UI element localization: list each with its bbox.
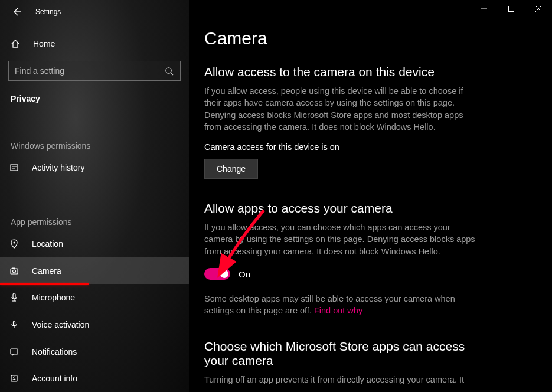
section2-title: Allow apps to access your camera <box>204 201 528 215</box>
nav-activity-history[interactable]: Activity history <box>0 154 189 181</box>
nav-location[interactable]: Location <box>0 230 189 257</box>
svg-point-8 <box>13 270 16 273</box>
main-content: Camera Allow access to the camera on thi… <box>189 0 552 392</box>
section1-body: If you allow access, people using this d… <box>204 85 476 133</box>
window-controls <box>471 0 552 18</box>
search-icon <box>165 67 174 76</box>
notifications-icon <box>9 347 20 357</box>
sidebar: Settings Home Privacy Windows permission… <box>0 0 189 392</box>
home-nav[interactable]: Home <box>0 32 189 55</box>
camera-access-status: Camera access for this device is on <box>204 142 528 152</box>
nav-label: Activity history <box>32 163 84 172</box>
section1-title: Allow access to the camera on this devic… <box>204 65 528 79</box>
toggle-knob <box>220 270 228 278</box>
nav-voice-activation[interactable]: Voice activation <box>0 311 189 338</box>
arrow-left-icon <box>12 7 21 17</box>
svg-rect-7 <box>11 269 18 274</box>
search-box[interactable] <box>8 61 181 81</box>
account-icon <box>9 374 20 383</box>
svg-point-6 <box>14 241 15 243</box>
desktop-apps-note: Some desktop apps may still be able to a… <box>204 293 476 317</box>
find-out-why-link[interactable]: Find out why <box>314 306 362 315</box>
svg-line-2 <box>171 73 173 75</box>
nav-account-info[interactable]: Account info <box>0 365 189 392</box>
voice-icon <box>9 320 20 329</box>
section3-body: Turning off an app prevents it from dire… <box>204 374 476 386</box>
privacy-label: Privacy <box>0 87 189 104</box>
nav-microphone[interactable]: Microphone <box>0 284 189 311</box>
svg-rect-15 <box>11 349 18 354</box>
minimize-button[interactable] <box>471 0 498 18</box>
svg-rect-13 <box>14 321 15 325</box>
svg-point-17 <box>14 377 15 378</box>
titlebar: Settings <box>0 0 189 24</box>
svg-rect-9 <box>12 267 15 269</box>
close-icon <box>535 6 541 12</box>
minimize-icon <box>481 6 487 12</box>
back-button[interactable] <box>11 6 22 18</box>
svg-rect-19 <box>509 6 514 12</box>
section2-body: If you allow access, you can choose whic… <box>204 221 476 257</box>
nav-label: Location <box>32 239 63 249</box>
close-button[interactable] <box>525 0 552 18</box>
toggle-state-label: On <box>239 269 250 279</box>
section3-title: Choose which Microsoft Store apps can ac… <box>204 339 476 368</box>
svg-point-1 <box>166 68 171 73</box>
apps-access-toggle-row: On <box>204 268 528 280</box>
svg-rect-10 <box>13 293 15 298</box>
section-windows-permissions: Windows permissions <box>0 135 189 154</box>
nav-notifications[interactable]: Notifications <box>0 338 189 365</box>
page-title: Camera <box>204 28 528 48</box>
maximize-button[interactable] <box>498 0 525 18</box>
section-app-permissions: App permissions <box>0 211 189 230</box>
nav-label: Account info <box>32 374 77 383</box>
search-input[interactable] <box>15 66 165 76</box>
camera-icon <box>9 266 20 276</box>
nav-label: Microphone <box>32 293 75 302</box>
nav-label: Voice activation <box>32 320 89 329</box>
home-label: Home <box>33 39 55 48</box>
maximize-icon <box>508 6 514 12</box>
location-icon <box>9 239 20 249</box>
titlebar-label: Settings <box>35 8 61 16</box>
home-icon <box>11 39 21 48</box>
nav-label: Camera <box>32 266 61 276</box>
microphone-icon <box>9 293 20 302</box>
apps-access-toggle[interactable] <box>204 268 230 280</box>
change-button[interactable]: Change <box>204 159 258 179</box>
history-icon <box>9 163 20 172</box>
svg-rect-3 <box>11 165 18 171</box>
nav-camera[interactable]: Camera <box>0 257 189 285</box>
nav-label: Notifications <box>32 347 77 357</box>
